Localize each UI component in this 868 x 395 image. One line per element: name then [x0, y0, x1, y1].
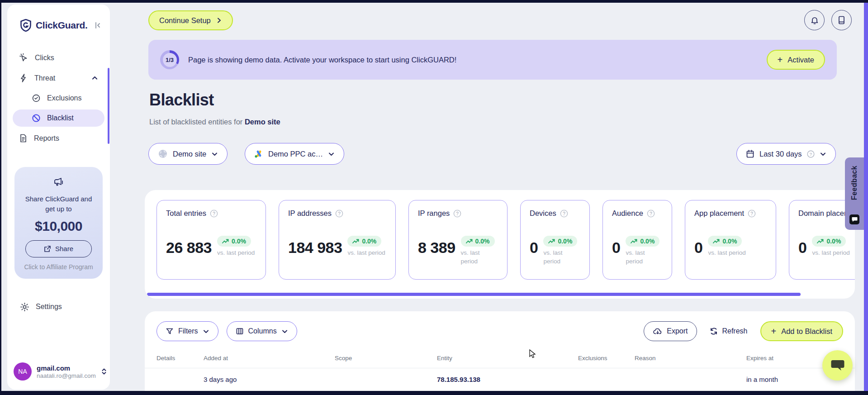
settings-label: Settings [36, 303, 62, 311]
svg-text:?: ? [809, 152, 811, 157]
documentation-button[interactable] [831, 10, 852, 30]
promo-heading: Share ClickGuard and get up to [21, 194, 96, 214]
notifications-button[interactable] [804, 10, 825, 30]
column-header-reason[interactable]: Reason [635, 355, 746, 362]
help-circle-icon[interactable]: ? [453, 209, 461, 218]
sidebar-collapse-icon[interactable] [94, 21, 102, 29]
calendar-icon [746, 149, 754, 158]
sidebar-item-exclusions[interactable]: Exclusions [13, 90, 104, 107]
horizontal-scrollbar-thumb[interactable] [147, 293, 801, 296]
filters-button[interactable]: Filters [157, 321, 218, 341]
help-circle-icon[interactable]: ? [748, 209, 756, 218]
vs-last-period-label: vs. last period [217, 249, 256, 257]
delta-badge: 0.0% [347, 236, 381, 247]
vs-last-period-label: vs. last period [347, 249, 386, 257]
ppc-account-selector[interactable]: Demo PPC ac… [245, 143, 344, 165]
affiliate-promo-card[interactable]: Share ClickGuard and get up to $10,000 S… [14, 167, 103, 279]
stat-card-title: App placement ? [694, 209, 767, 218]
sidebar-item-threat[interactable]: Threat [13, 69, 104, 87]
trending-up-icon [466, 239, 473, 244]
refresh-button[interactable]: Refresh [710, 321, 747, 341]
trending-up-icon [352, 239, 359, 244]
stat-value: 0 [530, 239, 538, 256]
help-circle-icon[interactable]: ? [335, 209, 343, 218]
stat-card-body: 8 389 0.0% vs. last period [418, 236, 498, 266]
delta-value: 0.0% [826, 238, 841, 245]
refresh-label: Refresh [722, 327, 747, 335]
svg-text:?: ? [213, 211, 215, 216]
stat-card: IP addresses ? 184 983 0.0% vs. last per… [279, 200, 396, 280]
share-button[interactable]: Share [25, 240, 92, 257]
chevron-down-icon [820, 151, 826, 157]
stat-delta-block: 0.0% vs. last period [217, 236, 256, 257]
filter-funnel-icon [166, 327, 174, 335]
sidebar-item-settings[interactable]: Settings [7, 302, 110, 312]
activate-label: Activate [787, 56, 814, 64]
svg-text:?: ? [563, 211, 565, 216]
trending-up-icon [817, 239, 824, 244]
stat-value: 0 [612, 239, 620, 256]
columns-button[interactable]: Columns [227, 321, 297, 341]
date-range-selector[interactable]: Last 30 days ? [736, 143, 836, 165]
cell-added-at: 3 days ago [204, 376, 335, 383]
sidebar-item-blacklist[interactable]: Blacklist [13, 109, 104, 127]
stat-delta-block: 0.0% vs. last period [543, 236, 580, 266]
chat-launcher-button[interactable] [822, 350, 853, 381]
delta-value: 0.0% [558, 238, 572, 245]
sidebar-scrollbar-thumb[interactable] [108, 68, 109, 144]
subtitle-prefix: List of blacklisted entities for [149, 118, 245, 126]
add-to-blacklist-button[interactable]: + Add to Blacklist [760, 321, 844, 341]
column-header-entity[interactable]: Entity [437, 355, 578, 362]
svg-text:?: ? [750, 211, 753, 216]
ppc-selector-label: Demo PPC ac… [268, 150, 323, 158]
column-header-exclusions[interactable]: Exclusions [578, 355, 635, 362]
book-icon [837, 15, 846, 25]
stat-card-body: 0 0.0% vs. last period [798, 236, 855, 257]
vs-last-period-label: vs. last period [812, 249, 853, 257]
sidebar-item-reports[interactable]: Reports [13, 129, 104, 147]
continue-setup-label: Continue Setup [159, 16, 211, 25]
column-header-details[interactable]: Details [157, 355, 204, 362]
plus-icon: + [771, 327, 777, 336]
table-actions: Export Refresh + Add to Blacklist [644, 321, 843, 341]
date-range-label: Last 30 days [759, 150, 802, 158]
brand-name: ClickGuard. [36, 20, 88, 31]
banner-message: Page is showing demo data. Activate your… [188, 56, 456, 64]
help-circle-icon[interactable]: ? [560, 209, 568, 218]
filters-label: Filters [178, 327, 198, 335]
sidebar-item-label: Clicks [35, 54, 54, 62]
sidebar-item-clicks[interactable]: Clicks [13, 49, 104, 67]
column-header-scope[interactable]: Scope [335, 355, 437, 362]
help-circle-icon[interactable]: ? [647, 209, 655, 218]
chevron-down-icon [211, 151, 218, 157]
stat-value: 0 [798, 239, 806, 256]
help-circle-icon: ? [807, 150, 815, 158]
sidebar-item-label: Reports [34, 134, 59, 143]
vs-last-period-label: vs. last period [708, 249, 767, 257]
site-selector-label: Demo site [173, 150, 206, 158]
column-header-added-at[interactable]: Added at [204, 355, 335, 362]
megaphone-icon [53, 177, 65, 188]
site-selector[interactable]: Demo site [148, 143, 228, 165]
delta-value: 0.0% [640, 238, 655, 245]
export-button[interactable]: Export [644, 321, 697, 341]
help-circle-icon[interactable]: ? [210, 209, 218, 218]
stat-value: 8 389 [418, 239, 455, 256]
table-row[interactable]: 3 days ago 78.185.93.138 in a month [145, 368, 855, 383]
stat-card-title: Total entries ? [166, 209, 256, 218]
stat-label: IP ranges [418, 209, 450, 218]
account-switcher[interactable]: NA gmail.com naatali.ro@gmail.com [14, 362, 104, 381]
stat-card-body: 0 0.0% vs. last period [694, 236, 767, 257]
google-ads-icon [254, 150, 263, 158]
stat-card: Devices ? 0 0.0% vs. last period [520, 200, 590, 280]
vertical-scrollbar[interactable] [864, 3, 868, 391]
speech-bubble-icon [830, 359, 845, 372]
badge-check-icon [32, 94, 41, 103]
chevron-down-icon [203, 328, 209, 335]
blacklist-table-panel: Filters Columns Export [145, 311, 855, 395]
feedback-tab[interactable]: Feedback [845, 157, 864, 230]
continue-setup-button[interactable]: Continue Setup [148, 10, 233, 30]
delta-value: 0.0% [232, 238, 246, 245]
stat-delta-block: 0.0% vs. last period [347, 236, 386, 257]
activate-button[interactable]: + Activate [767, 50, 825, 70]
